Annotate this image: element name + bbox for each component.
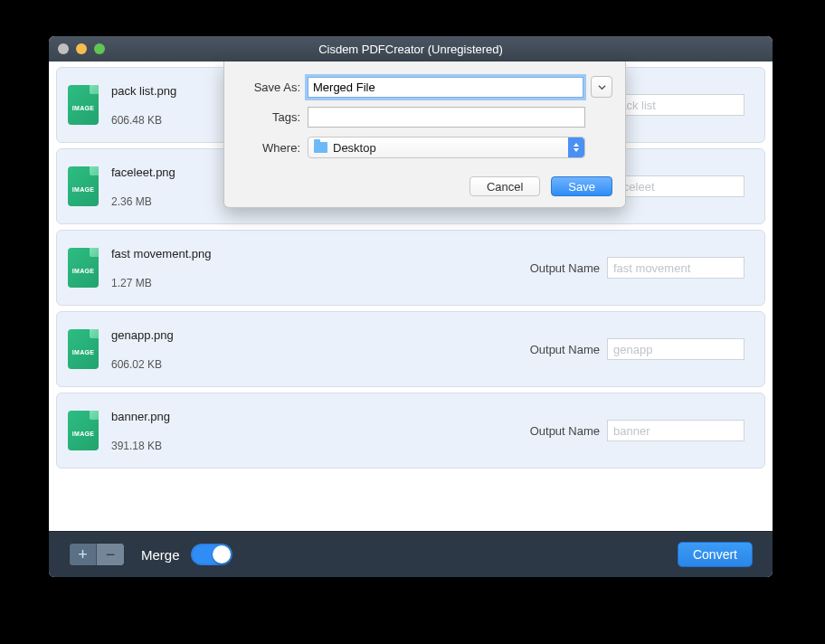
file-row[interactable]: IMAGE fast movement.png 1.27 MB Output N… bbox=[56, 230, 765, 306]
merge-toggle[interactable] bbox=[191, 544, 232, 565]
add-file-button[interactable]: + bbox=[70, 544, 97, 565]
merge-label: Merge bbox=[141, 547, 180, 563]
file-name: genapp.png bbox=[111, 328, 174, 342]
toggle-knob bbox=[213, 545, 231, 564]
tags-label: Tags: bbox=[237, 110, 300, 124]
cancel-button[interactable]: Cancel bbox=[469, 176, 540, 196]
file-name: faceleet.png bbox=[111, 166, 175, 179]
convert-button[interactable]: Convert bbox=[678, 542, 753, 567]
app-window: Cisdem PDFCreator (Unregistered) IMAGE p… bbox=[49, 36, 773, 577]
output-name-input[interactable] bbox=[607, 94, 744, 116]
image-file-icon: IMAGE bbox=[68, 329, 99, 369]
updown-arrows-icon bbox=[568, 137, 584, 157]
output-name-label: Output Name bbox=[530, 424, 600, 438]
image-file-icon: IMAGE bbox=[68, 411, 99, 450]
output-name-label: Output Name bbox=[530, 343, 600, 356]
tags-input[interactable] bbox=[308, 107, 585, 128]
where-label: Where: bbox=[237, 141, 300, 155]
remove-file-button[interactable]: − bbox=[97, 544, 124, 565]
where-value: Desktop bbox=[333, 141, 376, 155]
image-file-icon: IMAGE bbox=[68, 85, 99, 125]
expand-save-panel-button[interactable] bbox=[591, 76, 612, 98]
file-row[interactable]: IMAGE genapp.png 606.02 KB Output Name bbox=[56, 311, 765, 387]
add-remove-segmented: + − bbox=[69, 543, 125, 566]
folder-icon bbox=[314, 142, 327, 153]
where-select[interactable]: Desktop bbox=[308, 137, 585, 158]
chevron-down-icon bbox=[598, 83, 606, 91]
save-sheet: Save As: Tags: Where: Desktop bbox=[223, 62, 626, 208]
save-button[interactable]: Save bbox=[551, 176, 612, 196]
output-name-input[interactable] bbox=[607, 420, 744, 441]
output-name-label: Output Name bbox=[530, 261, 600, 275]
toolbar-footer: + − Merge Convert bbox=[49, 531, 773, 577]
titlebar: Cisdem PDFCreator (Unregistered) bbox=[49, 36, 773, 62]
file-size: 1.27 MB bbox=[111, 277, 212, 289]
file-row[interactable]: IMAGE banner.png 391.18 KB Output Name bbox=[56, 393, 765, 469]
save-as-label: Save As: bbox=[237, 80, 300, 94]
save-as-input[interactable] bbox=[308, 77, 583, 98]
output-name-input[interactable] bbox=[607, 175, 744, 197]
output-name-input[interactable] bbox=[607, 257, 744, 279]
image-file-icon: IMAGE bbox=[68, 166, 99, 206]
file-name: pack list.png bbox=[111, 84, 176, 98]
output-name-input[interactable] bbox=[607, 338, 744, 360]
window-title: Cisdem PDFCreator (Unregistered) bbox=[49, 43, 773, 56]
file-size: 2.36 MB bbox=[111, 195, 175, 208]
file-name: fast movement.png bbox=[111, 247, 212, 260]
file-name: banner.png bbox=[111, 410, 170, 423]
file-size: 606.02 KB bbox=[111, 358, 174, 371]
image-file-icon: IMAGE bbox=[68, 248, 99, 288]
file-size: 606.48 KB bbox=[111, 114, 176, 127]
file-size: 391.18 KB bbox=[111, 440, 170, 452]
